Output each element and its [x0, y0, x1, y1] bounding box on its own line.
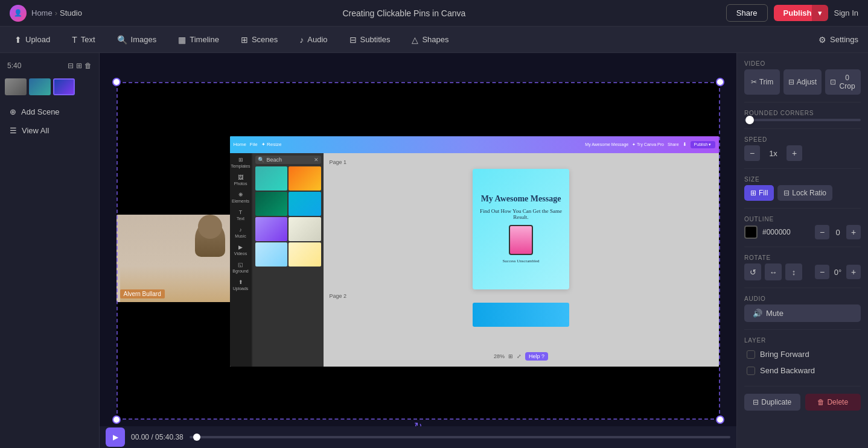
thumbnail-1[interactable] — [5, 78, 27, 95]
toolbar-upload[interactable]: ⬆ Upload — [10, 33, 55, 47]
canva-home-btn[interactable]: Home — [234, 142, 246, 147]
mute-button[interactable]: 🔊 Mute — [744, 304, 861, 322]
speed-increase-button[interactable]: + — [787, 145, 802, 161]
toolbar-scenes[interactable]: ⊞ Scenes — [236, 33, 282, 47]
canva-image-4[interactable] — [289, 192, 321, 216]
rotate-flip-v-button[interactable]: ↕ — [785, 263, 802, 280]
canva-resize-btn[interactable]: ✦ Resize — [261, 142, 282, 147]
canva-zoom-icon[interactable]: ⊞ — [508, 353, 513, 359]
publish-chevron-button[interactable]: ▾ — [812, 5, 828, 21]
signin-button[interactable]: Sign In — [834, 8, 858, 17]
thumbnail-3[interactable] — [53, 78, 75, 95]
canva-image-5[interactable] — [255, 217, 288, 241]
publish-button-group: Publish ▾ — [774, 5, 828, 21]
canva-side-uploads[interactable]: ⬆Uploads — [233, 279, 249, 291]
rotate-decrease-button[interactable]: − — [815, 265, 829, 279]
canva-message-btn[interactable]: My Awesome Message — [585, 142, 628, 147]
canva-share-btn[interactable]: Share — [668, 142, 679, 147]
subtitles-icon: ⊟ — [349, 35, 357, 45]
canva-fullscreen-icon[interactable]: ⤢ — [517, 353, 522, 359]
canva-image-3[interactable] — [255, 192, 288, 216]
timeline-icon-clip[interactable]: ⊟ — [68, 62, 74, 70]
speed-decrease-button[interactable]: − — [744, 145, 760, 161]
toolbar-audio[interactable]: ♪ Audio — [295, 33, 332, 47]
handle-bottom-right[interactable] — [716, 415, 724, 424]
canva-page2-strip[interactable] — [473, 303, 569, 327]
toolbar-timeline[interactable]: ▦ Timeline — [173, 33, 224, 47]
send-backward-button[interactable]: Send Backward — [744, 362, 861, 379]
outline-decrease-button[interactable]: − — [815, 225, 829, 239]
slider-track[interactable] — [744, 119, 861, 121]
toolbar-shapes[interactable]: △ Shapes — [407, 33, 453, 47]
canva-search-icon: 🔍 — [258, 157, 264, 163]
handle-top-left[interactable] — [112, 78, 121, 86]
progress-thumb[interactable] — [193, 434, 200, 441]
delete-button[interactable]: 🗑 Delete — [805, 394, 861, 411]
canva-side-text[interactable]: TText — [237, 209, 244, 221]
canva-image-8[interactable] — [289, 242, 321, 267]
canva-image-1[interactable] — [255, 166, 288, 191]
canva-pro-btn[interactable]: ✦ Try Canva Pro — [632, 142, 664, 147]
duplicate-button[interactable]: ⊟ Duplicate — [744, 394, 800, 411]
publish-button[interactable]: Publish — [774, 5, 812, 21]
bring-forward-checkbox — [747, 350, 755, 359]
toolbar-upload-label: Upload — [25, 35, 50, 44]
duplicate-icon: ⊟ — [753, 398, 759, 406]
canva-page2-label: Page 2 — [330, 293, 347, 299]
handle-top-right[interactable] — [716, 78, 724, 86]
lock-ratio-button[interactable]: ⊟ Lock Ratio — [777, 185, 832, 201]
handle-bottom-left[interactable] — [112, 415, 121, 424]
left-sidebar: 5:40 ⊟ ⊞ 🗑 ⊕ Add Scene ☰ View All — [0, 53, 100, 448]
view-all-button[interactable]: ☰ View All — [5, 122, 94, 139]
canva-publish-btn[interactable]: Publish ▾ — [691, 141, 715, 148]
canva-image-2[interactable] — [289, 166, 321, 191]
mute-icon: 🔊 — [753, 309, 762, 318]
outline-increase-button[interactable]: + — [846, 225, 861, 239]
bring-forward-button[interactable]: Bring Forward — [744, 346, 861, 362]
canva-file-btn[interactable]: File — [250, 142, 258, 147]
adjust-button[interactable]: ⊟ Adjust — [783, 69, 822, 95]
avatar[interactable]: 👤 — [10, 5, 27, 22]
canva-side-videos[interactable]: ▶Videos — [234, 244, 247, 256]
progress-track[interactable] — [190, 436, 730, 438]
right-panel: VIDEO ✂ Trim ⊟ Adjust ⊡ 0 Crop ROUNDED C… — [736, 53, 868, 448]
canva-side-background[interactable]: ◱Bground — [232, 262, 248, 273]
fill-button[interactable]: ⊞ Fill — [744, 185, 774, 201]
crop-button[interactable]: ⊡ 0 Crop — [825, 69, 861, 95]
canva-download-icon[interactable]: ⬇ — [683, 142, 687, 147]
canva-side-templates[interactable]: ⊞Templates — [231, 157, 251, 168]
timeline-icon-delete[interactable]: 🗑 — [85, 62, 92, 70]
toolbar-settings[interactable]: ⚙ Settings — [819, 35, 858, 45]
add-scene-button[interactable]: ⊕ Add Scene — [5, 104, 94, 120]
speed-section: SPEED − 1x + — [744, 136, 861, 161]
breadcrumb-home[interactable]: Home — [31, 8, 53, 17]
slider-knob[interactable] — [745, 116, 754, 124]
canva-image-6[interactable] — [289, 217, 321, 241]
timeline-icon-copy[interactable]: ⊞ — [76, 62, 82, 70]
outline-color-swatch[interactable] — [744, 226, 758, 239]
rotate-value: 0° — [833, 268, 843, 277]
rotate-ccw-button[interactable]: ↺ — [744, 263, 761, 280]
timeline-time: 5:40 — [7, 62, 21, 70]
thumbnail-2[interactable] — [29, 78, 51, 95]
trim-button[interactable]: ✂ Trim — [744, 69, 780, 95]
canva-image-7[interactable] — [255, 242, 288, 267]
toolbar-text[interactable]: T Text — [67, 33, 100, 47]
canva-help-btn[interactable]: Help ? — [525, 352, 548, 361]
divider-3 — [744, 168, 861, 169]
rotate-increase-button[interactable]: + — [846, 265, 861, 279]
toolbar-images[interactable]: 🔍 Images — [112, 33, 162, 47]
canva-design-card[interactable]: My Awesome Message Find Out How You Can … — [473, 169, 569, 289]
canva-side-photos[interactable]: 🖼Photos — [234, 174, 247, 186]
share-button[interactable]: Share — [726, 4, 768, 22]
canva-side-elements[interactable]: ❋Elements — [232, 192, 249, 203]
play-button[interactable]: ▶ — [106, 427, 125, 447]
toolbar-subtitles[interactable]: ⊟ Subtitles — [345, 33, 395, 47]
canva-search-close[interactable]: ✕ — [314, 157, 319, 163]
rotate-flip-h-button[interactable]: ↔ — [765, 263, 782, 280]
images-icon: 🔍 — [117, 35, 127, 45]
rotate-row: ↺ ↔ ↕ − 0° + — [744, 263, 861, 280]
delete-icon: 🗑 — [817, 398, 825, 406]
thumbnail-strip — [5, 77, 94, 96]
canva-side-music[interactable]: ♪Music — [235, 227, 246, 238]
